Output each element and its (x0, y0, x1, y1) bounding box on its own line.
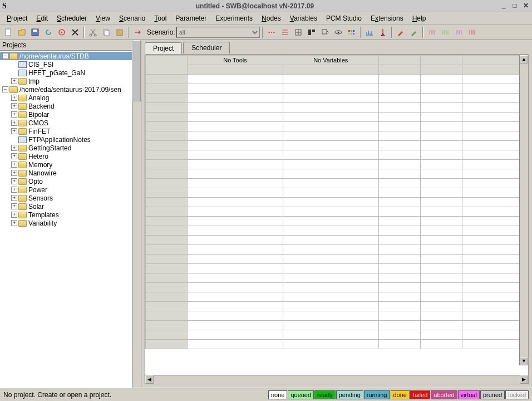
menu-edit[interactable]: Edit (33, 13, 51, 23)
tool-b-icon[interactable] (279, 26, 291, 38)
tree-item[interactable]: +Analog (0, 94, 132, 102)
table-row[interactable] (146, 94, 528, 103)
mark-d-icon[interactable] (466, 26, 478, 38)
expand-icon[interactable]: + (11, 78, 17, 84)
table-row[interactable] (146, 302, 528, 311)
menu-variables[interactable]: Variables (287, 13, 321, 23)
tree-item[interactable]: CIS_FSI (0, 60, 132, 69)
menu-tool[interactable]: Tool (151, 13, 170, 23)
table-row[interactable] (146, 198, 528, 207)
cut-icon[interactable] (87, 26, 99, 38)
tree-item[interactable]: +Solar (0, 202, 132, 211)
tree-item[interactable]: +Variability (0, 219, 132, 227)
expand-icon[interactable]: + (11, 111, 17, 118)
menu-extensions[interactable]: Extensions (367, 13, 407, 23)
scroll-right-icon[interactable]: ▶ (520, 375, 528, 384)
menu-scenario[interactable]: Scenario (116, 13, 149, 23)
table-row[interactable] (146, 226, 528, 236)
tree-item[interactable]: −/home/eda/sentaurus-2017.09/sen (0, 85, 132, 94)
palette-icon[interactable] (346, 26, 358, 38)
table-row[interactable] (146, 236, 528, 245)
expand-icon[interactable]: + (11, 128, 17, 134)
menu-parameter[interactable]: Parameter (172, 13, 210, 23)
tree-item[interactable]: +CMOS (0, 119, 132, 127)
tree-item[interactable]: +Bipolar (0, 110, 132, 119)
expand-icon[interactable]: + (11, 220, 17, 226)
project-grid[interactable]: No ToolsNo Variables (145, 55, 528, 349)
tool-layout-icon[interactable] (306, 26, 318, 38)
expand-icon[interactable]: + (11, 187, 17, 193)
table-row[interactable] (146, 103, 528, 113)
pin-icon[interactable] (377, 26, 389, 38)
table-row[interactable] (146, 150, 528, 160)
tree-item[interactable]: +Sensors (0, 194, 132, 202)
project-tree[interactable]: −/home/sentaurus/STDBCIS_FSIHFET_pGate_G… (0, 51, 132, 388)
projects-scrollbar[interactable] (132, 40, 141, 388)
table-row[interactable] (146, 160, 528, 169)
scroll-down-icon[interactable]: ▼ (520, 357, 528, 365)
minimize-button[interactable]: _ (500, 2, 508, 10)
menu-scheduler[interactable]: Scheduler (53, 13, 90, 23)
menu-project[interactable]: Project (3, 13, 31, 23)
table-row[interactable] (146, 122, 528, 131)
expand-icon[interactable]: + (11, 178, 17, 184)
run-icon[interactable] (131, 26, 144, 38)
mark-c-icon[interactable] (452, 26, 465, 38)
grid-horizontal-scrollbar[interactable]: ◀ ▶ (145, 375, 528, 384)
table-row[interactable] (146, 131, 528, 141)
tree-item[interactable]: +FinFET (0, 127, 132, 135)
expand-icon[interactable]: + (11, 95, 17, 101)
table-row[interactable] (146, 245, 528, 255)
tree-item[interactable]: +Power (0, 185, 132, 194)
expand-icon[interactable]: + (11, 145, 17, 151)
maximize-button[interactable]: □ (511, 2, 519, 10)
tree-item[interactable]: HFET_pGate_GaN (0, 69, 132, 77)
menu-experiments[interactable]: Experiments (212, 13, 256, 23)
table-row[interactable] (146, 84, 528, 94)
expand-icon[interactable]: + (11, 170, 17, 176)
save-icon[interactable] (29, 26, 41, 38)
eye-icon[interactable] (332, 26, 344, 38)
expand-icon[interactable]: + (11, 195, 17, 201)
expand-icon[interactable]: + (11, 103, 17, 109)
table-row[interactable] (146, 188, 528, 198)
table-row[interactable] (146, 255, 528, 264)
target-icon[interactable] (56, 26, 68, 38)
mark-b-icon[interactable] (439, 26, 451, 38)
mark-a-icon[interactable] (426, 26, 438, 38)
tree-item[interactable]: −/home/sentaurus/STDB (0, 52, 132, 60)
expand-icon[interactable]: + (11, 162, 17, 168)
grid-vertical-scrollbar[interactable]: ▲ ▼ (519, 55, 528, 365)
tree-item[interactable]: +Hetero (0, 152, 132, 160)
menu-help[interactable]: Help (409, 13, 430, 23)
tree-item[interactable]: +GettingStarted (0, 144, 132, 152)
scenario-select[interactable]: all (176, 27, 260, 38)
expand-icon[interactable]: + (11, 212, 17, 218)
brush-red-icon[interactable] (395, 26, 407, 38)
tool-grid-icon[interactable] (292, 26, 304, 38)
expand-icon[interactable]: + (11, 120, 17, 126)
table-row[interactable] (146, 75, 528, 84)
tree-item[interactable]: +Memory (0, 160, 132, 169)
tree-item[interactable]: +Nanowire (0, 169, 132, 177)
tool-drop-icon[interactable] (319, 26, 331, 38)
table-row[interactable] (146, 321, 528, 330)
tree-item[interactable]: FTPApplicationNotes (0, 135, 132, 144)
table-row[interactable] (146, 113, 528, 122)
table-row[interactable] (146, 283, 528, 292)
collapse-icon[interactable]: − (2, 86, 8, 92)
tree-item[interactable]: +Templates (0, 211, 132, 219)
table-row[interactable] (146, 179, 528, 188)
expand-icon[interactable]: + (11, 153, 17, 159)
table-row[interactable] (146, 273, 528, 283)
collapse-icon[interactable]: − (2, 53, 8, 59)
scroll-left-icon[interactable]: ◀ (145, 375, 154, 384)
copy-icon[interactable] (100, 26, 112, 38)
tab-scheduler[interactable]: Scheduler (183, 42, 230, 53)
refresh-icon[interactable] (42, 26, 55, 38)
tree-item[interactable]: +Opto (0, 177, 132, 185)
scroll-up-icon[interactable]: ▲ (520, 55, 528, 63)
table-row[interactable] (146, 217, 528, 226)
close-button[interactable]: ✕ (522, 2, 530, 10)
menu-nodes[interactable]: Nodes (258, 13, 284, 23)
